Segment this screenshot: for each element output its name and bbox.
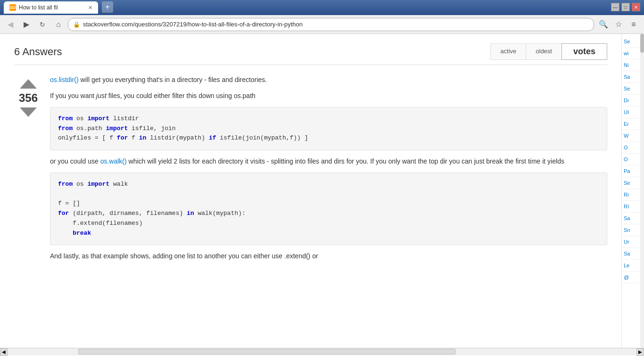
- code-line: for (dirpath, dirnames, filenames) in wa…: [58, 209, 599, 219]
- answer-body1: If you you want just files, you could ei…: [50, 90, 607, 101]
- code-line: f.extend(filenames): [58, 219, 599, 229]
- scrollbar-thumb[interactable]: [640, 34, 644, 53]
- code-block-1: from os import listdir from os.path impo…: [50, 107, 607, 150]
- tab-close-button[interactable]: ✕: [88, 5, 92, 11]
- maximize-button[interactable]: □: [621, 3, 630, 11]
- vote-down-button[interactable]: [20, 107, 37, 117]
- search-button[interactable]: 🔍: [597, 18, 610, 31]
- sort-tab-votes[interactable]: votes: [561, 43, 607, 60]
- body2-end: which will yield 2 lists for each direct…: [127, 157, 564, 165]
- intro-text: will get you everything that's in a dire…: [79, 76, 267, 83]
- tab-bar: SO How to list all fil ✕ +: [4, 1, 640, 14]
- address-bar[interactable]: [83, 21, 589, 28]
- answers-count: 6 Answers: [14, 46, 491, 58]
- page-content: 6 Answers active oldest votes 356 os.lis…: [0, 34, 621, 348]
- code-line: onlyfiles = [ f for f in listdir(mypath)…: [58, 133, 599, 143]
- scrollbar-track: [640, 34, 644, 348]
- body1-start: If you: [50, 92, 66, 99]
- vote-section: 356: [14, 74, 42, 267]
- body1-end: files, you could either filter this down…: [107, 92, 256, 99]
- active-tab[interactable]: SO How to list all fil ✕: [4, 1, 98, 14]
- body2-start: or you could use: [50, 157, 100, 165]
- address-bar-container: 🔒: [68, 18, 594, 31]
- code-line: from os.path import isfile, join: [58, 124, 599, 134]
- os-walk-link[interactable]: os.walk(): [100, 157, 127, 165]
- refresh-button[interactable]: ↻: [36, 18, 49, 31]
- answer-intro: os.listdir() will get you everything tha…: [50, 74, 607, 85]
- answers-header: 6 Answers active oldest votes: [14, 43, 607, 65]
- answer-content: os.listdir() will get you everything tha…: [50, 74, 607, 267]
- sort-tab-active[interactable]: active: [490, 43, 526, 60]
- code-line-blank: [58, 189, 599, 199]
- body1-italic: just: [96, 92, 107, 99]
- os-listdir-link[interactable]: os.listdir(): [50, 76, 79, 83]
- new-tab-button[interactable]: +: [102, 1, 113, 13]
- window-controls: — □ ✕: [611, 3, 640, 11]
- answer-body2: or you could use os.walk() which will yi…: [50, 156, 607, 166]
- scroll-thumb[interactable]: [78, 349, 455, 354]
- home-button[interactable]: ⌂: [52, 18, 65, 31]
- code-block-2: from os import walk f = [] for (dirpath,…: [50, 173, 607, 246]
- code-line: break: [58, 229, 599, 239]
- vote-count: 356: [19, 91, 38, 105]
- code-line: from os import listdir: [58, 114, 599, 124]
- close-button[interactable]: ✕: [632, 3, 640, 11]
- bottom-scrollbar: ◀ ▶: [0, 348, 644, 355]
- minimize-button[interactable]: —: [611, 3, 619, 11]
- back-button[interactable]: ◀: [4, 18, 17, 31]
- right-sidebar: Se wi Ni Sa Se Di UI Er W O O Pa Se Ri R…: [621, 34, 644, 348]
- title-bar: SO How to list all fil ✕ + — □ ✕: [0, 0, 644, 15]
- lock-icon: 🔒: [73, 21, 80, 28]
- content-area: 6 Answers active oldest votes 356 os.lis…: [0, 34, 644, 348]
- vote-up-button[interactable]: [20, 79, 37, 89]
- answer-block: 356 os.listdir() will get you everything…: [14, 74, 607, 267]
- toolbar-right-buttons: 🔍 ☆ ≡: [597, 18, 640, 31]
- code-line: from os import walk: [58, 180, 599, 189]
- code-line: f = []: [58, 199, 599, 209]
- tab-title: How to list all fil: [19, 4, 85, 11]
- browser-toolbar: ◀ ▶ ↻ ⌂ 🔒 🔍 ☆ ≡: [0, 15, 644, 34]
- sort-tabs: active oldest votes: [491, 43, 607, 60]
- sort-tab-oldest[interactable]: oldest: [526, 43, 562, 60]
- scroll-right-button[interactable]: ▶: [636, 348, 644, 356]
- answer-body3: And lastly, as that example shows, addin…: [50, 251, 607, 261]
- forward-button[interactable]: ▶: [20, 18, 33, 31]
- bookmark-button[interactable]: ☆: [612, 18, 625, 31]
- scroll-left-button[interactable]: ◀: [0, 348, 8, 356]
- tab-favicon: SO: [9, 4, 16, 11]
- menu-button[interactable]: ≡: [627, 18, 640, 31]
- scroll-track[interactable]: [8, 348, 636, 355]
